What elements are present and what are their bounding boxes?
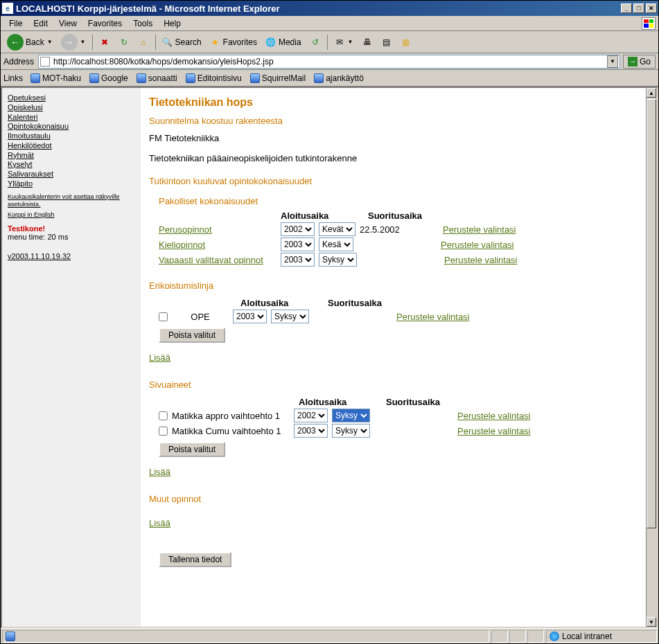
year-select[interactable]: 2003 — [233, 310, 267, 323]
link-ajankaytto[interactable]: ajankäyttö — [310, 71, 367, 85]
row-checkbox[interactable] — [159, 312, 168, 321]
menu-favorites[interactable]: Favorites — [82, 17, 128, 30]
term-select[interactable]: Kevät — [319, 222, 355, 236]
remove-selected-button[interactable]: Poista valitut — [159, 442, 225, 457]
edit-icon: ▤ — [381, 37, 392, 48]
scroll-up-button[interactable]: ▲ — [647, 88, 656, 98]
term-select[interactable]: Kesä — [319, 238, 353, 251]
media-button[interactable]: 🌐Media — [262, 34, 305, 51]
justify-link[interactable]: Perustele valintasi — [441, 240, 514, 250]
justify-link[interactable]: Perustele valintasi — [443, 224, 516, 235]
justify-link[interactable]: Perustele valintasi — [444, 255, 518, 265]
print-button[interactable]: 🖶 — [358, 34, 376, 51]
mandatory-row: Vapaasti valittavat opinnot 2003 Syksy P… — [159, 253, 638, 267]
link-mot-haku[interactable]: MOT-haku — [27, 71, 85, 85]
year-select[interactable]: 2002 — [294, 409, 328, 422]
mandatory-row: Perusopinnot 2002 Kevät 22.5.2002 Perust… — [159, 222, 638, 236]
stop-button[interactable]: ✖ — [96, 34, 114, 51]
sidebar-item[interactable]: Opiskelusi — [8, 103, 135, 113]
term-select[interactable]: Syksy — [319, 253, 357, 267]
justify-link[interactable]: Perustele valintasi — [396, 312, 470, 322]
course-link[interactable]: Kieliopinnot — [159, 240, 205, 250]
term-select[interactable]: Syksy — [332, 409, 370, 422]
mandatory-title: Pakolliset kokonaisuudet — [159, 196, 638, 206]
stop-icon: ✖ — [99, 37, 110, 48]
search-button[interactable]: 🔍Search — [159, 34, 205, 51]
discuss-button[interactable]: ▦ — [397, 34, 415, 51]
status-left — [2, 630, 489, 643]
spec-row: OPE 2003 Syksy Perustele valintasi — [159, 310, 638, 323]
home-button[interactable]: ⌂ — [134, 34, 152, 51]
minor-name: Matikka Cumu vaihtoehto 1 — [172, 426, 290, 436]
sidebar-item[interactable]: Kyselyt — [8, 160, 135, 170]
menu-tools[interactable]: Tools — [128, 17, 158, 30]
refresh-button[interactable]: ↻ — [115, 34, 133, 51]
version-link[interactable]: v2003.11.10.19.32 — [8, 252, 135, 262]
sidebar-english-link[interactable]: Korppi in English — [8, 211, 135, 219]
add-link[interactable]: Lisää — [149, 352, 170, 363]
maximize-button[interactable]: □ — [633, 3, 644, 13]
term-select[interactable]: Syksy — [271, 310, 309, 323]
windows-flag-icon — [642, 17, 656, 30]
row-checkbox[interactable] — [159, 427, 168, 436]
scroll-thumb[interactable] — [647, 99, 656, 528]
sidebar-item[interactable]: Henkilötiedot — [8, 141, 135, 151]
sidebar-item[interactable]: Ylläpito — [8, 179, 135, 189]
vertical-scrollbar[interactable]: ▲ ▼ — [646, 88, 657, 627]
link-icon — [186, 73, 195, 83]
col-start: Aloitusaika — [281, 211, 364, 221]
course-link[interactable]: Vapaasti valittavat opinnot — [159, 255, 263, 265]
menu-view[interactable]: View — [53, 17, 82, 30]
back-arrow-icon: ← — [7, 34, 24, 51]
link-squirrelmail[interactable]: SquirrelMail — [247, 71, 309, 85]
address-input-wrap[interactable]: ▼ — [38, 55, 620, 69]
justify-link[interactable]: Perustele valintasi — [457, 411, 531, 421]
sidebar-item[interactable]: Opintokokonaisuu — [8, 122, 135, 132]
year-select[interactable]: 2003 — [294, 424, 328, 438]
term-select[interactable]: Syksy — [332, 424, 370, 438]
link-sonaatti[interactable]: sonaatti — [133, 71, 181, 85]
sidebar-item[interactable]: Ryhmät — [8, 151, 135, 161]
year-select[interactable]: 2003 — [281, 253, 315, 267]
edit-button[interactable]: ▤ — [378, 34, 396, 51]
sidebar: Opetuksesi Opiskelusi Kalenteri Opintoko… — [2, 88, 141, 627]
row-checkbox[interactable] — [159, 411, 168, 420]
menu-edit[interactable]: Edit — [28, 17, 53, 30]
scroll-down-button[interactable]: ▼ — [647, 617, 656, 627]
sidebar-item[interactable]: Opetuksesi — [8, 93, 135, 103]
mail-button[interactable]: ✉▼ — [331, 34, 357, 51]
address-bar: Address ▼ → Go — [1, 53, 658, 70]
add-link[interactable]: Lisää — [149, 518, 170, 528]
add-link[interactable]: Lisää — [149, 467, 170, 477]
minimize-button[interactable]: _ — [621, 3, 632, 13]
year-select[interactable]: 2003 — [281, 238, 315, 251]
address-dropdown[interactable]: ▼ — [607, 55, 618, 68]
link-editointisivu[interactable]: Editointisivu — [182, 71, 245, 85]
address-input[interactable] — [52, 56, 607, 67]
menubar: File Edit View Favorites Tools Help — [1, 16, 658, 31]
save-button[interactable]: Tallenna tiedot — [159, 552, 231, 567]
remove-selected-button[interactable]: Poista valitut — [159, 328, 225, 343]
justify-link[interactable]: Perustele valintasi — [457, 426, 531, 436]
link-icon — [314, 73, 324, 83]
content-area: Opetuksesi Opiskelusi Kalenteri Opintoko… — [1, 87, 658, 628]
menu-help[interactable]: Help — [158, 17, 186, 30]
course-link[interactable]: Perusopinnot — [159, 224, 212, 235]
go-button[interactable]: → Go — [623, 55, 656, 69]
spec-title: Erikoistumislinja — [149, 280, 638, 291]
close-button[interactable]: ✕ — [646, 3, 657, 13]
sidebar-item[interactable]: Salivaraukset — [8, 170, 135, 179]
year-select[interactable]: 2002 — [281, 222, 315, 236]
sidebar-item[interactable]: Kalenteri — [8, 113, 135, 123]
back-button[interactable]: ← Back ▼ — [3, 34, 56, 51]
history-button[interactable]: ↺ — [306, 34, 324, 51]
link-icon — [30, 73, 40, 83]
page-title: Tietotekniikan hops — [149, 96, 638, 109]
forward-button[interactable]: → ▼ — [58, 34, 89, 51]
menu-file[interactable]: File — [3, 17, 28, 30]
link-google[interactable]: Google — [86, 71, 132, 85]
favorites-button[interactable]: ★Favorites — [207, 34, 261, 51]
sidebar-item[interactable]: Ilmoitustaulu — [8, 132, 135, 141]
sidebar-note[interactable]: Kuukausikalenterin voit asettaa näkyvill… — [8, 193, 135, 209]
note-icon: ▦ — [401, 37, 412, 48]
